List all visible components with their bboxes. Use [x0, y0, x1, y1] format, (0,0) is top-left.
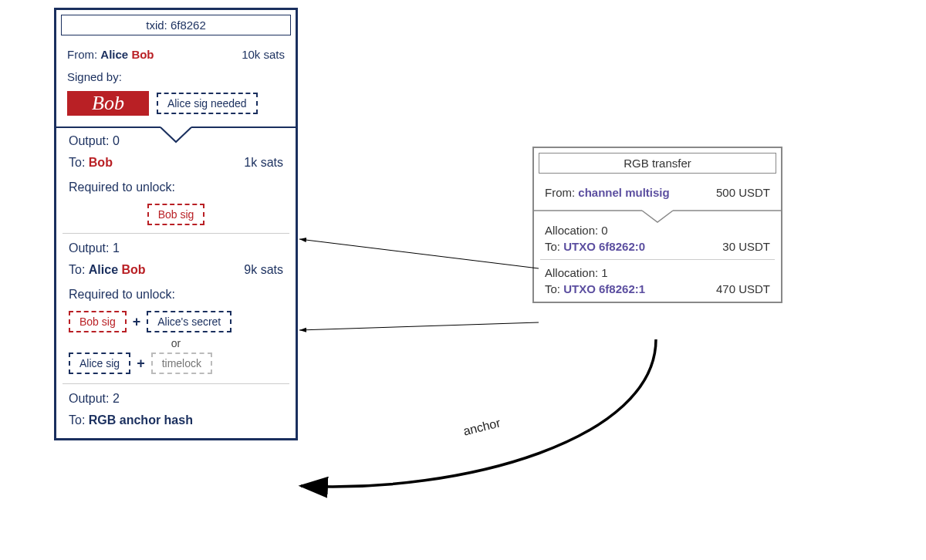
output-0-to-name: Bob [89, 156, 113, 169]
allocation-0-amount: 30 USDT [722, 240, 770, 253]
output-1-alice-secret: Alice's secret [147, 311, 231, 332]
rgb-from-row: From: channel multisig 500 USDT [534, 178, 781, 210]
from-bob: Bob [131, 48, 154, 61]
output-1-header: Output: 1 [69, 241, 120, 255]
signed-by-label: Signed by: [56, 66, 296, 88]
output-0-bob-sig: Bob sig [147, 204, 205, 225]
allocation-0-to-label: To: [545, 240, 560, 253]
output-1-unlock-label: Required to unlock: [63, 285, 289, 309]
output-2-header: Output: 2 [63, 384, 289, 413]
allocation-0-header: Allocation: 0 [545, 224, 770, 237]
allocation-1-header: Allocation: 1 [545, 266, 770, 279]
output-1-to-bob: Bob [122, 263, 146, 276]
output-2-to-text: RGB anchor hash [89, 413, 193, 427]
from-alice: Alice [100, 48, 128, 61]
svg-line-4 [299, 239, 539, 268]
output-0-unlock-label: Required to unlock: [63, 177, 289, 202]
output-0-to-label: To: [69, 156, 85, 169]
output-1-to-label: To: [69, 263, 85, 276]
tx-from-row: From: Alice Bob 10k sats [56, 40, 296, 66]
rgb-transfer-box: RGB transfer From: channel multisig 500 … [532, 147, 782, 303]
output-1-alice-sig: Alice sig [69, 353, 130, 374]
alice-sig-needed: Alice sig needed [157, 93, 258, 114]
output-2-to-label: To: [69, 413, 85, 427]
anchor-label: anchor [462, 416, 502, 438]
output-1-timelock: timelock [151, 353, 212, 374]
output-1-amount: 9k sats [244, 263, 283, 277]
or-label: or [63, 336, 289, 351]
allocation-0-utxo: UTXO 6f8262:0 [563, 240, 645, 253]
signature-row: Bob Alice sig needed [56, 88, 296, 127]
from-label: From: [67, 48, 97, 61]
rgb-title: RGB transfer [539, 153, 776, 174]
rgb-from-name: channel multisig [578, 186, 669, 199]
plus-icon: + [133, 314, 141, 330]
allocation-1: Allocation: 1 To: UTXO 6f8262:1 470 USDT [540, 259, 775, 302]
plus-icon: + [137, 356, 145, 372]
txid-header: txid: 6f8262 [61, 15, 291, 35]
allocation-1-utxo: UTXO 6f8262:1 [563, 282, 645, 295]
allocation-1-to-label: To: [545, 282, 560, 295]
rgb-amount: 500 USDT [716, 186, 770, 199]
output-1: Output: 1 To: Alice Bob 9k sats Required… [63, 233, 289, 383]
output-1-bob-sig: Bob sig [69, 311, 127, 332]
output-0-amount: 1k sats [244, 156, 283, 170]
rgb-from-label: From: [545, 186, 575, 199]
svg-line-5 [299, 322, 539, 330]
bob-signature-badge: Bob [67, 91, 149, 116]
bitcoin-tx-box: txid: 6f8262 From: Alice Bob 10k sats Si… [54, 8, 298, 440]
tx-amount: 10k sats [242, 48, 285, 61]
output-1-to-alice: Alice [89, 263, 118, 276]
output-2: Output: 2 To: RGB anchor hash [63, 383, 289, 438]
allocation-1-amount: 470 USDT [716, 282, 770, 295]
